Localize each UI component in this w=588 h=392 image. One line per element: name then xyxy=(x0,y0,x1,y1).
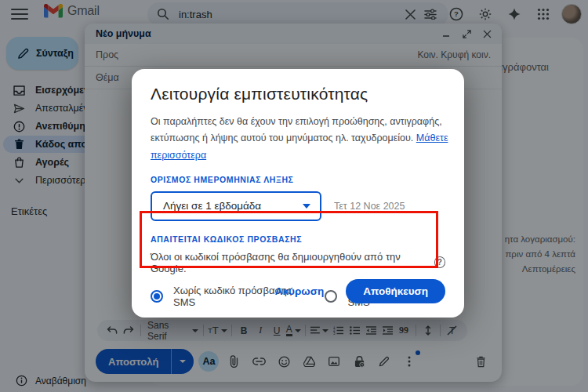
cancel-button[interactable]: Ακύρωση xyxy=(275,285,324,297)
gmail-app: Gmail in:trash ? xyxy=(0,0,588,392)
dialog-actions: Ακύρωση Αποθήκευση xyxy=(275,279,445,303)
save-button[interactable]: Αποθήκευση xyxy=(346,279,445,303)
expiry-date: Τετ 12 Νοε 2025 xyxy=(334,201,405,212)
expiry-section-label: ΟΡΙΣΜΟΣ ΗΜΕΡΟΜΗΝΙΑΣ ΛΗΞΗΣ xyxy=(151,175,445,184)
select-caret-icon xyxy=(303,204,310,209)
passcode-note: Όλοι οι κωδικοί πρόσβασης θα δημιουργηθο… xyxy=(151,251,445,274)
radio-no-sms-passcode[interactable] xyxy=(151,290,163,303)
dialog-title: Λειτουργία εμπιστευτικότητας xyxy=(151,85,445,103)
dialog-description: Οι παραλήπτες δεν θα έχουν την επιλογή π… xyxy=(151,114,450,164)
passcode-help-icon[interactable]: ? xyxy=(434,256,445,268)
expiry-select[interactable]: Λήγει σε 1 εβδομάδα xyxy=(151,191,321,221)
confidential-mode-dialog: Λειτουργία εμπιστευτικότητας Οι παραλήπτ… xyxy=(132,69,464,318)
expiry-selected-value: Λήγει σε 1 εβδομάδα xyxy=(163,200,303,212)
expiry-row: Λήγει σε 1 εβδομάδα Τετ 12 Νοε 2025 xyxy=(151,191,445,221)
passcode-section-label: ΑΠΑΙΤΕΙΤΑΙ ΚΩΔΙΚΟΣ ΠΡΟΣΒΑΣΗΣ xyxy=(151,234,445,244)
